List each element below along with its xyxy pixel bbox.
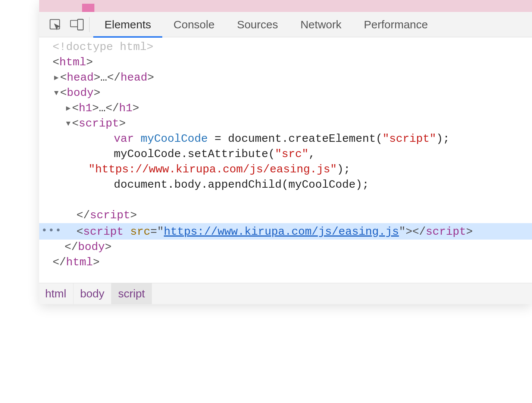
crumb-html[interactable]: html [39,283,73,304]
h1-node[interactable]: ▶<h1>…</h1> [39,101,532,116]
script-src-link[interactable]: https://www.kirupa.com/js/easing.js [164,225,399,238]
selected-script-node[interactable]: •••<script src="https://www.kirupa.com/j… [39,223,532,240]
tab-console[interactable]: Console [162,12,226,37]
code-line-3[interactable]: "https://www.kirupa.com/js/easing.js"); [39,162,532,177]
devtools-toolbar: Elements Console Sources Network Perform… [39,12,532,37]
html-close[interactable]: </html> [39,255,532,270]
devtools-tabs: Elements Console Sources Network Perform… [93,12,439,37]
toolbar-divider [89,17,90,32]
tab-performance[interactable]: Performance [353,12,439,37]
script-open[interactable]: ▼<script> [39,116,532,131]
expand-icon[interactable]: ▶ [65,101,72,116]
crumb-script[interactable]: script [112,283,152,304]
collapse-icon[interactable]: ▼ [65,116,72,131]
tab-network[interactable]: Network [289,12,353,37]
more-actions-icon[interactable]: ••• [39,223,76,238]
devtools-panel: Elements Console Sources Network Perform… [39,0,532,304]
tab-sources[interactable]: Sources [226,12,289,37]
code-line-4[interactable]: document.body.appendChild(myCoolCode); [39,177,532,193]
app-tab-indicator[interactable] [82,4,94,12]
svg-rect-2 [78,19,83,30]
html-open[interactable]: <html> [39,55,532,70]
code-blank[interactable] [39,193,532,208]
breadcrumb: html body script [39,283,532,304]
inspect-element-icon[interactable] [44,12,66,37]
collapse-icon[interactable]: ▼ [53,85,60,101]
elements-tree[interactable]: <!doctype html> <html> ▶<head>…</head> ▼… [39,37,532,283]
head-node[interactable]: ▶<head>…</head> [39,70,532,85]
code-line-2[interactable]: myCoolCode.setAttribute("src", [39,147,532,162]
body-open[interactable]: ▼<body> [39,85,532,101]
crumb-body[interactable]: body [73,283,112,304]
doctype-line[interactable]: <!doctype html> [39,40,532,55]
code-line-1[interactable]: var myCoolCode = document.createElement(… [39,131,532,147]
browser-tab-strip [39,0,532,12]
body-close[interactable]: </body> [39,240,532,255]
script-close[interactable]: </script> [39,208,532,223]
tab-elements[interactable]: Elements [93,12,162,37]
expand-icon[interactable]: ▶ [53,70,60,85]
device-toolbar-icon[interactable] [66,12,88,37]
